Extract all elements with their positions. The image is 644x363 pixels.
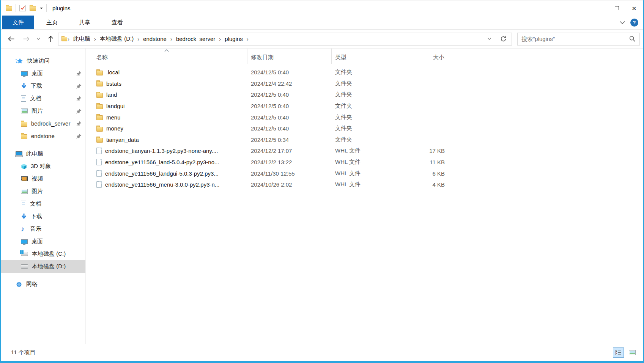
search-icon[interactable]	[629, 36, 636, 42]
file-date: 2024/12/2 17:07	[247, 148, 332, 154]
close-button[interactable]: ×	[625, 0, 643, 16]
sidebar-item[interactable]: 桌面	[1, 67, 85, 80]
file-icon	[96, 170, 102, 177]
sidebar-item[interactable]: bedrock_server	[1, 117, 85, 130]
file-row[interactable]: menu2024/12/5 0:40文件夹	[86, 112, 643, 123]
quick-access-toolbar	[19, 5, 43, 11]
sidebar-item[interactable]: 本地磁盘 (D:)	[1, 260, 85, 273]
thumbnail-view-button[interactable]	[627, 347, 638, 358]
file-date: 2024/12/5 0:40	[247, 69, 332, 75]
sidebar-item[interactable]: 桌面	[1, 235, 85, 248]
qat-customize-dropdown-icon[interactable]	[40, 7, 43, 9]
sidebar-item[interactable]: 本地磁盘 (C:)	[1, 248, 85, 260]
file-row[interactable]: endstone_ye111566_landgui-5.0.3-py2.py3.…	[86, 168, 643, 179]
file-row[interactable]: endstone_tianyan-1.1.3-py2.py3-none-any.…	[86, 145, 643, 157]
breadcrumb-chevron-icon[interactable]: ›	[67, 36, 70, 42]
details-view-button[interactable]	[613, 347, 624, 358]
column-header-name[interactable]: 名称	[86, 49, 247, 64]
sidebar-section-this-pc[interactable]: 此电脑	[1, 148, 85, 160]
refresh-button[interactable]	[495, 33, 512, 46]
sidebar-item[interactable]: 图片	[1, 105, 85, 117]
folder-icon	[96, 71, 103, 75]
file-type: 文件夹	[332, 125, 404, 132]
file-name: land	[106, 91, 117, 98]
file-row[interactable]: money2024/12/5 0:40文件夹	[86, 123, 643, 134]
breadcrumb-item[interactable]: 此电脑	[70, 33, 94, 45]
breadcrumb-item[interactable]: endstone	[140, 33, 170, 45]
breadcrumb-chevron-icon[interactable]: ›	[94, 36, 96, 42]
sidebar-item[interactable]: 3D 对象	[1, 160, 85, 173]
file-name: tianyan_data	[106, 137, 139, 143]
tab-home[interactable]: 主页	[37, 16, 67, 29]
sidebar-item-label: 文档	[30, 200, 41, 207]
titlebar-divider	[16, 4, 16, 12]
minimize-button[interactable]: —	[590, 0, 608, 16]
breadcrumb-chevron-icon[interactable]: ›	[137, 36, 140, 42]
breadcrumb-chevron-icon[interactable]: ›	[246, 36, 249, 42]
breadcrumb-chevron-icon[interactable]: ›	[170, 36, 173, 42]
file-row[interactable]: bstats2024/12/4 22:42文件夹	[86, 78, 643, 90]
tab-file[interactable]: 文件	[2, 16, 34, 29]
checkmark-icon[interactable]	[19, 5, 26, 11]
help-button[interactable]: ?	[630, 19, 638, 27]
pin-icon[interactable]	[76, 121, 82, 126]
breadcrumb-item[interactable]: plugins	[221, 33, 246, 45]
file-name: .local	[106, 69, 120, 75]
file-name-cell: bstats	[86, 80, 247, 87]
sidebar-item[interactable]: endstone	[1, 130, 85, 142]
sidebar-item[interactable]: 下载	[1, 80, 85, 92]
expand-ribbon-chevron-icon[interactable]	[620, 21, 625, 24]
pin-icon[interactable]	[76, 71, 82, 76]
folder-icon	[96, 138, 103, 143]
search-input[interactable]	[521, 36, 629, 42]
column-header-type[interactable]: 类型	[332, 49, 404, 64]
breadcrumb-item[interactable]: bedrock_server	[173, 33, 219, 45]
file-name-cell: endstone_ye111566_landgui-5.0.3-py2.py3.…	[86, 170, 247, 177]
breadcrumb-item[interactable]: 本地磁盘 (D:)	[96, 33, 137, 45]
tab-view[interactable]: 查看	[102, 16, 132, 29]
column-header-size[interactable]: 大小	[404, 49, 451, 64]
search-box[interactable]	[517, 33, 640, 46]
pin-icon[interactable]	[76, 96, 82, 101]
sidebar-item[interactable]: ♪音乐	[1, 223, 85, 235]
pin-icon[interactable]	[76, 134, 82, 139]
sidebar-section-quick-access[interactable]: 快速访问	[1, 55, 85, 67]
sidebar-item[interactable]: 文档	[1, 92, 85, 105]
sidebar-item-label: 本地磁盘 (C:)	[32, 250, 66, 258]
file-name-cell: tianyan_data	[86, 137, 247, 143]
forward-button[interactable]	[19, 33, 34, 46]
file-icon	[96, 159, 102, 165]
back-button[interactable]	[3, 33, 19, 46]
address-bar[interactable]: ›此电脑›本地磁盘 (D:)›endstone›bedrock_server›p…	[58, 33, 495, 46]
breadcrumb-chevron-icon[interactable]: ›	[219, 36, 221, 42]
tab-share[interactable]: 共享	[70, 16, 99, 29]
file-row[interactable]: endstone_ye111566_menu-3.0.0-py2.py3-n..…	[86, 179, 643, 190]
sidebar-item[interactable]: 图片	[1, 185, 85, 198]
sidebar-item[interactable]: 文档	[1, 198, 85, 210]
file-row[interactable]: endstone_ye111566_land-5.0.4-py2.py3-no.…	[86, 157, 643, 168]
column-header-date[interactable]: 修改日期	[247, 49, 332, 64]
file-type: 文件夹	[332, 91, 404, 98]
sidebar-item[interactable]: 视频	[1, 173, 85, 185]
quick-access-star-icon	[16, 58, 23, 64]
column-headers: 名称 修改日期 类型 大小	[86, 49, 643, 64]
music-icon: ♪	[21, 226, 26, 232]
up-button[interactable]	[43, 33, 58, 46]
file-name-cell: landgui	[86, 103, 247, 109]
pin-icon[interactable]	[76, 108, 82, 114]
pin-icon[interactable]	[76, 83, 82, 89]
maximize-icon	[615, 6, 619, 10]
file-row[interactable]: tianyan_data2024/12/5 0:34文件夹	[86, 134, 643, 146]
sidebar-item-label: endstone	[31, 133, 55, 139]
thumbnail-view-icon	[629, 350, 636, 355]
file-row[interactable]: .local2024/12/5 0:40文件夹	[86, 67, 643, 78]
qat-folder-icon[interactable]	[30, 6, 36, 11]
address-dropdown-chevron-icon[interactable]	[483, 38, 495, 40]
file-row[interactable]: landgui2024/12/5 0:40文件夹	[86, 101, 643, 112]
maximize-button[interactable]	[608, 0, 625, 16]
recent-locations-chevron-icon[interactable]	[34, 33, 43, 46]
file-type: WHL 文件	[332, 181, 404, 188]
sidebar-section-network[interactable]: 网络	[1, 278, 85, 291]
sidebar-item[interactable]: 下载	[1, 210, 85, 223]
file-row[interactable]: land2024/12/5 0:40文件夹	[86, 89, 643, 101]
